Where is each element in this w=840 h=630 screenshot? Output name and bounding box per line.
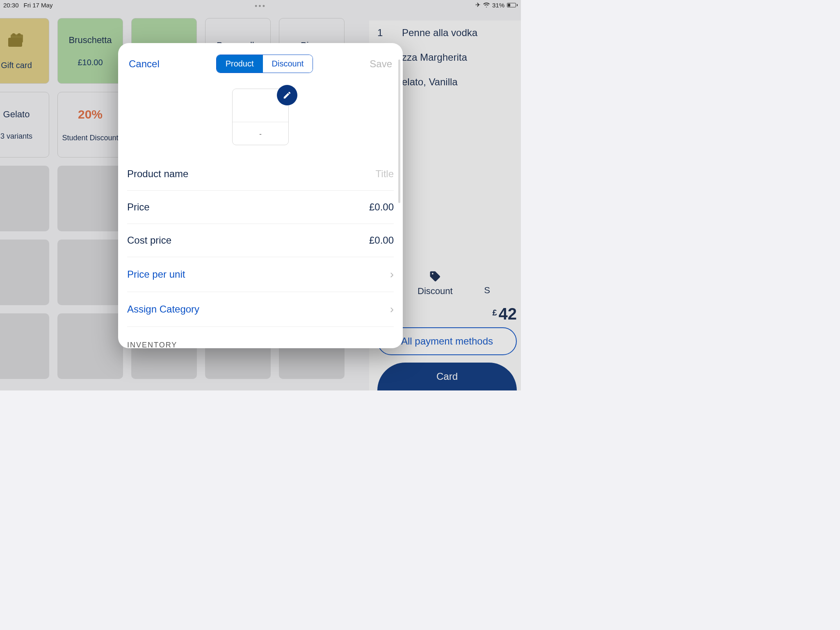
row-product-name[interactable]: Product name Title bbox=[127, 158, 394, 191]
field-value: £0.00 bbox=[369, 201, 394, 213]
field-placeholder: Title bbox=[376, 168, 394, 180]
row-assign-category[interactable]: Assign Category › bbox=[127, 292, 394, 327]
product-preview-wrap: - bbox=[118, 80, 403, 158]
field-label: Cost price bbox=[127, 235, 171, 246]
tab-product[interactable]: Product bbox=[217, 55, 263, 73]
tab-discount[interactable]: Discount bbox=[263, 55, 313, 73]
edit-tile-button[interactable] bbox=[277, 85, 297, 105]
field-label: Product name bbox=[127, 168, 188, 180]
modal-header: Cancel Product Discount Save bbox=[118, 43, 403, 80]
field-label: Price bbox=[127, 201, 150, 213]
segmented-control: Product Discount bbox=[216, 55, 313, 73]
row-price[interactable]: Price £0.00 bbox=[127, 191, 394, 224]
field-label: Price per unit bbox=[127, 269, 185, 280]
row-cost-price[interactable]: Cost price £0.00 bbox=[127, 224, 394, 257]
pencil-icon bbox=[283, 91, 292, 100]
product-modal: Cancel Product Discount Save - Product bbox=[118, 43, 403, 348]
product-form: Product name Title Price £0.00 Cost pric… bbox=[118, 158, 403, 348]
field-value: £0.00 bbox=[369, 235, 394, 246]
chevron-right-icon: › bbox=[390, 268, 394, 281]
field-label: Assign Category bbox=[127, 304, 199, 315]
cancel-button[interactable]: Cancel bbox=[129, 58, 160, 70]
scroll-indicator bbox=[398, 59, 400, 203]
row-price-per-unit[interactable]: Price per unit › bbox=[127, 257, 394, 292]
save-button[interactable]: Save bbox=[370, 58, 392, 70]
product-tile-preview[interactable]: - bbox=[232, 89, 289, 145]
modal-body[interactable]: - Product name Title Price £0.00 Cost pr… bbox=[118, 80, 403, 348]
chevron-right-icon: › bbox=[390, 303, 394, 316]
section-inventory: INVENTORY bbox=[127, 327, 394, 348]
preview-placeholder: - bbox=[233, 130, 288, 139]
